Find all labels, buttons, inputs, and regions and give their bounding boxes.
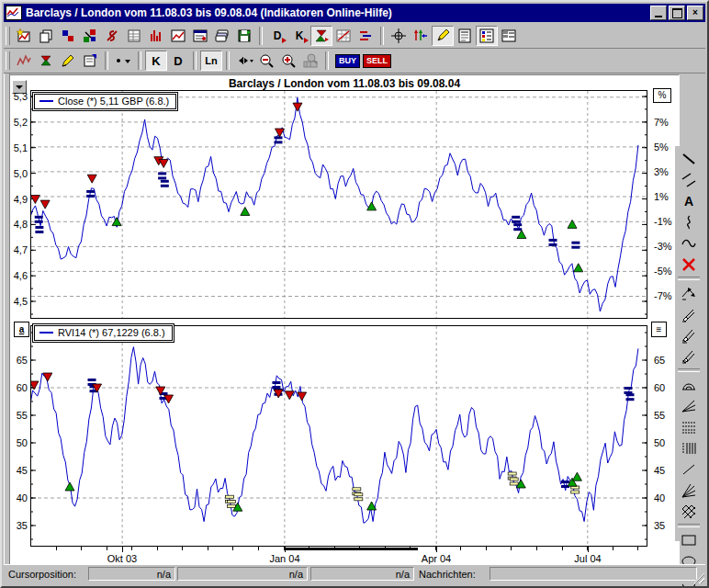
crosshair-button[interactable] xyxy=(388,26,410,46)
vertical-squiggle-tool[interactable] xyxy=(677,211,702,232)
portfolio-blocks-button[interactable] xyxy=(79,26,101,46)
toolbar-gripper[interactable] xyxy=(6,51,10,70)
text-tool[interactable]: A xyxy=(677,190,702,211)
quote-table-button[interactable] xyxy=(123,26,145,46)
indicator-legend[interactable]: RVI14 (*) 67,1229 (6.8.) xyxy=(32,323,174,343)
x-minor-tick xyxy=(536,547,537,550)
matrix-chart-button[interactable] xyxy=(332,26,354,46)
speed-fan-tool[interactable] xyxy=(677,480,702,501)
signal-triangles-button[interactable] xyxy=(35,51,57,71)
pen-hatch-tool-2[interactable] xyxy=(677,324,702,345)
h-scale-button[interactable] xyxy=(233,51,255,71)
log-scale-button[interactable]: Ln xyxy=(200,51,222,71)
legend-line-sample xyxy=(39,332,53,334)
indicator-legend-text: RVI14 (*) 67,1229 (6.8.) xyxy=(58,327,165,338)
extrema-button[interactable] xyxy=(13,51,35,71)
chart-window-button[interactable] xyxy=(189,26,211,46)
zoom-out-button[interactable] xyxy=(255,51,277,71)
copy-pages-button[interactable] xyxy=(35,26,57,46)
toolbar-gripper[interactable] xyxy=(6,27,10,45)
marker-pen-button[interactable] xyxy=(57,51,79,71)
fibonacci-arcs-tool[interactable] xyxy=(677,374,702,395)
toolbar-separator xyxy=(678,368,700,372)
maximize-button[interactable] xyxy=(669,6,685,20)
x-minor-tick xyxy=(511,547,512,550)
delete-drawing-tool[interactable] xyxy=(677,254,702,275)
zoom-range-button[interactable] xyxy=(299,51,321,71)
legend-line-sample xyxy=(39,100,53,102)
move-arrows-button[interactable] xyxy=(410,26,432,46)
buy-button[interactable]: BUY xyxy=(335,54,360,68)
y-tick-label: 60 xyxy=(654,382,665,393)
line-style-button[interactable] xyxy=(112,51,134,71)
pen-hatch-tool-3[interactable] xyxy=(677,345,702,367)
sell-button[interactable]: SELL xyxy=(363,54,391,68)
close-button[interactable]: × xyxy=(687,6,703,20)
buy-triangle-icon xyxy=(41,60,51,65)
y-tick-label: 35 xyxy=(17,520,28,531)
y-tick-label: 55 xyxy=(654,410,665,421)
y-tick-label: 60 xyxy=(17,382,28,393)
y-tick-label: 4,9 xyxy=(14,194,28,205)
minimize-icon xyxy=(655,16,662,17)
rectangle-tool[interactable] xyxy=(677,529,702,550)
line-chart-button[interactable] xyxy=(167,26,189,46)
y-tick-label: -3% xyxy=(654,241,672,252)
pen-hatch-tool-1[interactable] xyxy=(677,303,702,324)
properties-button[interactable] xyxy=(79,51,101,71)
minimize-button[interactable] xyxy=(650,6,667,20)
draw-pencil-button[interactable] xyxy=(432,26,454,46)
unlink-button[interactable] xyxy=(101,26,123,46)
zoom-in-button[interactable] xyxy=(277,51,299,71)
axis-range-bar[interactable] xyxy=(285,548,418,550)
legend-list-button[interactable] xyxy=(476,26,498,46)
x-minor-tick xyxy=(182,547,183,550)
vertical-lines-tool[interactable] xyxy=(677,437,702,458)
data-blocks-button[interactable] xyxy=(57,26,79,46)
percent-scale-button[interactable]: % xyxy=(653,88,671,103)
regression-channel-tool[interactable] xyxy=(677,282,702,303)
window-title: Barclays / London vom 11.08.03 bis 09.08… xyxy=(26,6,650,19)
diagonal-line-tool[interactable] xyxy=(677,458,702,480)
indicator-panel[interactable] xyxy=(30,325,647,547)
y-tick-label: 40 xyxy=(17,492,28,503)
new-chart-button[interactable] xyxy=(13,26,35,46)
daily-mode-button[interactable]: D xyxy=(167,51,189,71)
cursor-x-field: n/a xyxy=(88,567,175,581)
chart-toolbar: K D Ln BUY SELL xyxy=(4,49,705,74)
indicator-list-button[interactable] xyxy=(354,26,377,46)
price-panel[interactable] xyxy=(30,90,647,319)
fibonacci-retracement-tool[interactable] xyxy=(677,416,702,437)
titlebar[interactable]: Barclays / London vom 11.08.03 bis 09.08… xyxy=(4,4,705,22)
price-legend[interactable]: Close (*) 5,11 GBP (6.8.) xyxy=(32,92,178,111)
x-minor-tick xyxy=(107,547,107,550)
y-tick-label: 4,8 xyxy=(14,219,28,230)
y-tick-label: 35 xyxy=(654,520,665,531)
card-stack-button[interactable] xyxy=(211,26,233,46)
save-data-button[interactable] xyxy=(233,26,255,46)
window-layout-button[interactable] xyxy=(498,26,520,46)
app-window: Barclays / London vom 11.08.03 bis 09.08… xyxy=(0,0,709,588)
dropdown-icon xyxy=(125,60,130,63)
notes-doc-button[interactable] xyxy=(454,26,476,46)
parallel-lines-tool[interactable] xyxy=(677,169,702,190)
y-tick-label: 5,1 xyxy=(14,142,28,153)
x-minor-tick xyxy=(486,547,487,550)
trendline-tool[interactable] xyxy=(677,148,702,169)
detach-d-button[interactable]: D xyxy=(266,26,288,46)
signals-button[interactable] xyxy=(310,26,332,46)
candle-mode-button[interactable]: K xyxy=(145,51,167,71)
news-field xyxy=(490,567,697,581)
y-tick-label: -5% xyxy=(654,266,672,277)
buy-triangle-icon xyxy=(316,36,325,41)
cursor-position-label: Cursorposition: xyxy=(8,569,76,580)
chart-window: Barclays / London vom 11.08.03 bis 09.08… xyxy=(9,74,680,569)
wave-tool[interactable] xyxy=(677,232,702,254)
sell-triangle-icon xyxy=(317,30,326,36)
x-minor-tick xyxy=(613,547,613,550)
gann-grid-tool[interactable] xyxy=(677,501,702,522)
y-tick-label: 1% xyxy=(654,191,669,202)
fan-lines-tool[interactable] xyxy=(677,395,702,416)
detach-k-button[interactable]: K xyxy=(288,26,310,46)
histogram-button[interactable] xyxy=(145,26,167,46)
